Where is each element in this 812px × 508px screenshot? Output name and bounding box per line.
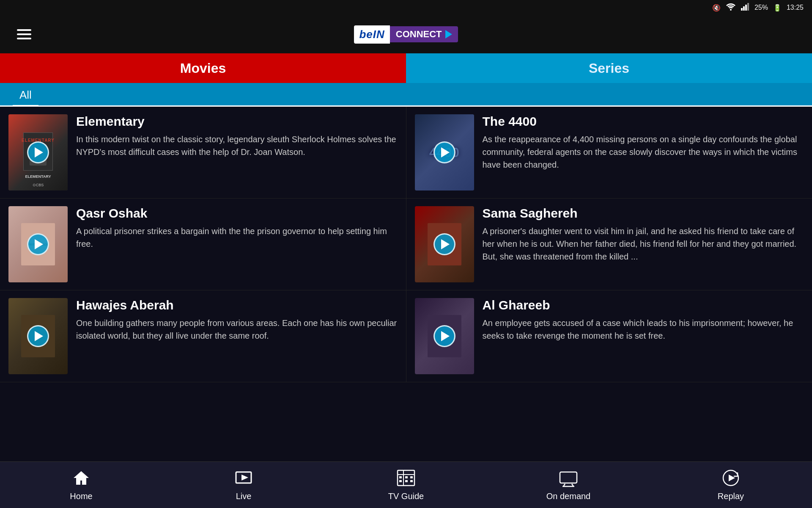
svg-rect-15 <box>410 480 413 482</box>
list-item[interactable]: ELEMENTARY ELEMENTARY ⊙CBS Elementary In… <box>0 107 406 198</box>
list-item[interactable]: Sama Saghereh A prisoner's daughter went… <box>406 199 812 290</box>
play-button-elementary[interactable] <box>27 141 49 163</box>
mute-icon: 🔇 <box>712 4 721 12</box>
show-row-1: ELEMENTARY ELEMENTARY ⊙CBS Elementary In… <box>0 107 812 199</box>
svg-rect-16 <box>560 472 577 483</box>
list-item[interactable]: Hawajes Aberah One building gathers many… <box>0 290 406 382</box>
svg-rect-2 <box>743 6 745 11</box>
list-item[interactable]: Female face Qasr Oshak A political priso… <box>0 199 406 290</box>
category-tabs: Movies Series <box>0 53 812 83</box>
nav-home[interactable]: Home <box>0 462 162 508</box>
play-button-4400[interactable] <box>433 141 455 163</box>
nav-live[interactable]: Live <box>162 462 325 508</box>
menu-button[interactable] <box>17 29 31 39</box>
nav-ondemand-label: On demand <box>546 491 591 501</box>
list-item[interactable]: 4400 The 4400 As the reappearance of 4,4… <box>406 107 812 198</box>
play-button-ghareeb[interactable] <box>433 325 455 347</box>
svg-rect-4 <box>747 3 749 11</box>
filter-bar: All <box>0 83 812 107</box>
play-button-qasr[interactable] <box>27 233 49 255</box>
svg-marker-21 <box>729 475 735 481</box>
nav-replay[interactable]: Replay <box>650 462 812 508</box>
thumbnail-ghareeb <box>415 298 474 374</box>
show-info-sama: Sama Saghereh A prisoner's daughter went… <box>483 206 804 263</box>
show-desc: A prisoner's daughter went to visit him … <box>483 225 804 263</box>
show-info-qasr: Qasr Oshak A political prisoner strikes … <box>76 206 398 250</box>
logo-bein: beIN <box>354 25 390 44</box>
nav-live-label: Live <box>236 491 252 501</box>
thumbnail-elementary: ELEMENTARY ELEMENTARY ⊙CBS <box>8 114 68 190</box>
battery-status: 25% <box>754 4 768 11</box>
show-info-4400: The 4400 As the reappearance of 4,400 mi… <box>483 114 804 171</box>
thumbnail-sama <box>415 206 474 282</box>
svg-rect-1 <box>741 8 743 11</box>
status-bar: 🔇 25% 🔋 13:25 <box>0 0 812 15</box>
battery-icon: 🔋 <box>773 4 782 12</box>
svg-marker-6 <box>241 475 248 480</box>
content-area: ELEMENTARY ELEMENTARY ⊙CBS Elementary In… <box>0 107 812 461</box>
signal-icon <box>741 3 749 12</box>
show-title: Qasr Oshak <box>76 206 398 221</box>
logo-play-icon <box>445 30 452 39</box>
play-button-sama[interactable] <box>433 233 455 255</box>
show-desc: An employee gets accused of a case which… <box>483 317 804 342</box>
logo-connect: CONNECT <box>390 26 458 42</box>
svg-rect-14 <box>405 480 408 482</box>
show-info-hawajes: Hawajes Aberah One building gathers many… <box>76 298 398 342</box>
home-icon <box>72 469 91 489</box>
tvguide-icon <box>397 469 415 489</box>
show-desc: One building gathers many people from va… <box>76 317 398 342</box>
show-row-3: Hawajes Aberah One building gathers many… <box>0 290 812 382</box>
show-info-elementary: Elementary In this modern twist on the c… <box>76 114 398 158</box>
live-icon <box>234 469 253 489</box>
show-desc: A political prisoner strikes a bargain w… <box>76 225 398 250</box>
thumbnail-hawajes <box>8 298 68 374</box>
thumbnail-qasr: Female face <box>8 206 68 282</box>
svg-rect-11 <box>405 476 408 478</box>
show-title: Elementary <box>76 114 398 129</box>
tab-movies[interactable]: Movies <box>0 53 406 83</box>
ondemand-icon <box>559 469 578 489</box>
wifi-icon <box>726 3 736 12</box>
svg-rect-12 <box>410 476 413 478</box>
show-title: Al Ghareeb <box>483 298 804 312</box>
show-title: Hawajes Aberah <box>76 298 398 312</box>
show-info-ghareeb: Al Ghareeb An employee gets accused of a… <box>483 298 804 342</box>
show-title: Sama Saghereh <box>483 206 804 221</box>
nav-replay-label: Replay <box>718 491 744 501</box>
list-item[interactable]: Al Ghareeb An employee gets accused of a… <box>406 290 812 382</box>
nav-home-label: Home <box>70 491 92 501</box>
tab-series[interactable]: Series <box>406 53 812 83</box>
svg-rect-13 <box>399 480 402 482</box>
svg-point-0 <box>730 9 732 11</box>
nav-tvguide[interactable]: TV Guide <box>325 462 487 508</box>
thumbnail-4400: 4400 <box>415 114 474 190</box>
show-title: The 4400 <box>483 114 804 129</box>
show-desc: As the reappearance of 4,400 missing per… <box>483 133 804 171</box>
nav-ondemand[interactable]: On demand <box>487 462 650 508</box>
bottom-nav: Home Live TV Guide <box>0 461 812 508</box>
logo: beIN CONNECT <box>354 25 458 44</box>
nav-tvguide-label: TV Guide <box>388 491 424 501</box>
play-button-hawajes[interactable] <box>27 325 49 347</box>
replay-icon <box>721 469 740 489</box>
svg-rect-3 <box>745 5 747 11</box>
header: beIN CONNECT <box>0 15 812 53</box>
svg-rect-10 <box>399 476 402 478</box>
clock: 13:25 <box>787 4 804 11</box>
show-desc: In this modern twist on the classic stor… <box>76 133 398 158</box>
show-row-2: Female face Qasr Oshak A political priso… <box>0 199 812 290</box>
filter-all[interactable]: All <box>13 85 38 107</box>
